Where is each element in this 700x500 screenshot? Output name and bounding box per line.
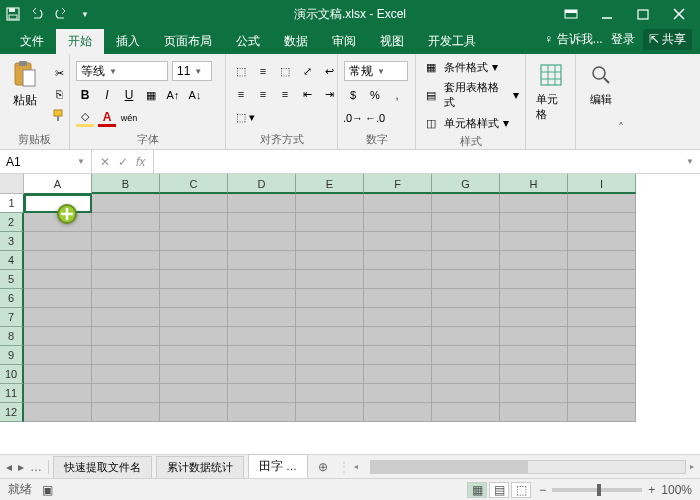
cell[interactable] — [296, 213, 364, 232]
cell[interactable] — [160, 365, 228, 384]
qat-more-icon[interactable]: ▼ — [78, 7, 92, 21]
row-header[interactable]: 4 — [0, 251, 24, 270]
cell[interactable] — [432, 308, 500, 327]
cell[interactable] — [24, 251, 92, 270]
underline-button[interactable]: U — [120, 86, 138, 104]
cell[interactable] — [500, 289, 568, 308]
cell[interactable] — [364, 270, 432, 289]
comma-icon[interactable]: , — [388, 86, 406, 104]
bold-button[interactable]: B — [76, 86, 94, 104]
cell[interactable] — [24, 327, 92, 346]
tab-layout[interactable]: 页面布局 — [152, 29, 224, 54]
cell[interactable] — [24, 403, 92, 422]
paste-button[interactable]: 粘贴 — [6, 58, 44, 130]
cell[interactable] — [296, 403, 364, 422]
cell[interactable] — [92, 232, 160, 251]
cell[interactable] — [568, 365, 636, 384]
sheet-tab-3[interactable]: 田字 … — [248, 454, 308, 480]
cell[interactable] — [364, 251, 432, 270]
cell[interactable] — [228, 232, 296, 251]
close-icon[interactable] — [668, 4, 690, 24]
wrap-text-icon[interactable]: ↩ — [320, 62, 338, 80]
cell[interactable] — [432, 384, 500, 403]
cell[interactable] — [500, 194, 568, 213]
cell[interactable] — [364, 365, 432, 384]
row-header[interactable]: 9 — [0, 346, 24, 365]
cell[interactable] — [296, 308, 364, 327]
number-format-combo[interactable]: 常规▼ — [344, 61, 408, 81]
cell[interactable] — [500, 327, 568, 346]
cell[interactable] — [296, 365, 364, 384]
cut-icon[interactable]: ✂ — [50, 64, 68, 82]
indent-inc-icon[interactable]: ⇥ — [320, 85, 338, 103]
cell[interactable] — [92, 403, 160, 422]
cell[interactable] — [228, 327, 296, 346]
macro-record-icon[interactable]: ▣ — [42, 483, 53, 497]
italic-button[interactable]: I — [98, 86, 116, 104]
cell[interactable] — [568, 232, 636, 251]
cell[interactable] — [160, 346, 228, 365]
col-header[interactable]: H — [500, 174, 568, 194]
cell[interactable] — [500, 213, 568, 232]
cell[interactable] — [500, 403, 568, 422]
cell[interactable] — [92, 365, 160, 384]
sheet-tab-1[interactable]: 快速提取文件名 — [53, 456, 152, 478]
currency-icon[interactable]: $ — [344, 86, 362, 104]
cell[interactable] — [364, 289, 432, 308]
cell[interactable] — [92, 346, 160, 365]
cell[interactable] — [432, 251, 500, 270]
cell[interactable] — [432, 270, 500, 289]
zoom-slider[interactable] — [552, 488, 642, 492]
collapse-ribbon-icon[interactable]: ˄ — [618, 121, 632, 149]
cell[interactable] — [500, 384, 568, 403]
col-header[interactable]: B — [92, 174, 160, 194]
cell[interactable] — [296, 194, 364, 213]
tab-view[interactable]: 视图 — [368, 29, 416, 54]
tab-home[interactable]: 开始 — [56, 29, 104, 54]
cell[interactable] — [364, 194, 432, 213]
col-header[interactable]: F — [364, 174, 432, 194]
merge-button[interactable]: ⬚ ▾ — [232, 108, 259, 126]
cells-button[interactable]: 单元格 — [532, 58, 570, 133]
align-right-icon[interactable]: ≡ — [276, 85, 294, 103]
cell[interactable] — [160, 194, 228, 213]
cell[interactable] — [92, 308, 160, 327]
row-header[interactable]: 8 — [0, 327, 24, 346]
grow-font-icon[interactable]: A↑ — [164, 86, 182, 104]
cell[interactable] — [432, 194, 500, 213]
cell[interactable] — [296, 384, 364, 403]
undo-icon[interactable] — [30, 7, 44, 21]
cell[interactable] — [24, 365, 92, 384]
tab-formula[interactable]: 公式 — [224, 29, 272, 54]
cell[interactable] — [432, 213, 500, 232]
font-size-combo[interactable]: 11▼ — [172, 61, 212, 81]
row-header[interactable]: 7 — [0, 308, 24, 327]
row-header[interactable]: 12 — [0, 403, 24, 422]
minimize-icon[interactable] — [596, 4, 618, 24]
cell[interactable] — [92, 251, 160, 270]
cell[interactable] — [24, 346, 92, 365]
cell-styles-button[interactable]: ◫单元格样式 ▾ — [422, 114, 519, 132]
row-header[interactable]: 5 — [0, 270, 24, 289]
cell[interactable] — [364, 346, 432, 365]
cell[interactable] — [228, 270, 296, 289]
cell[interactable] — [160, 213, 228, 232]
cell[interactable] — [500, 365, 568, 384]
cell[interactable] — [160, 403, 228, 422]
cell[interactable] — [228, 194, 296, 213]
redo-icon[interactable] — [54, 7, 68, 21]
cell[interactable] — [24, 194, 92, 213]
percent-icon[interactable]: % — [366, 86, 384, 104]
zoom-level[interactable]: 100% — [661, 483, 692, 497]
cell[interactable] — [500, 232, 568, 251]
cell[interactable] — [364, 308, 432, 327]
cell[interactable] — [432, 232, 500, 251]
cell[interactable] — [24, 308, 92, 327]
edit-button[interactable]: 编辑 — [582, 58, 620, 133]
sheet-nav-prev-icon[interactable]: ◂ — [6, 460, 12, 474]
cell[interactable] — [228, 251, 296, 270]
format-painter-icon[interactable] — [50, 106, 68, 124]
share-button[interactable]: ⇱ 共享 — [643, 29, 692, 50]
tab-data[interactable]: 数据 — [272, 29, 320, 54]
expand-formula-icon[interactable]: ▼ — [680, 157, 700, 166]
